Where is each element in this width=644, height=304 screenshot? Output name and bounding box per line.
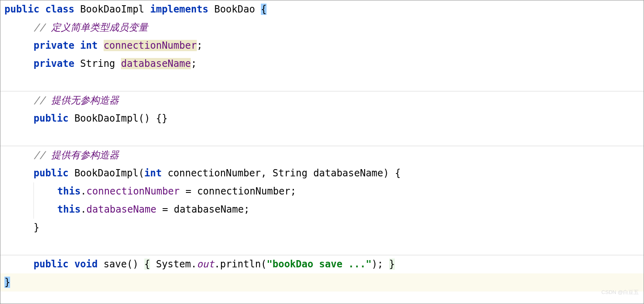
semicolon: ; bbox=[290, 186, 296, 197]
fold-close[interactable]: } bbox=[389, 259, 395, 270]
keyword-public: public bbox=[33, 113, 69, 124]
assign: = bbox=[179, 186, 197, 197]
paren-open: ( bbox=[261, 259, 267, 270]
constructor-name: BookDaoImpl bbox=[74, 168, 138, 179]
comment-slashes: // bbox=[33, 95, 45, 106]
code-line[interactable]: this.connectionNumber = connectionNumber… bbox=[0, 182, 644, 201]
keyword-int: int bbox=[80, 40, 98, 51]
brace-open: { bbox=[395, 168, 400, 179]
comment-text: 提供无参构造器 bbox=[45, 95, 119, 106]
paren-close: ) bbox=[371, 259, 377, 270]
fold-open[interactable]: { bbox=[144, 259, 150, 270]
assign: = bbox=[156, 204, 174, 215]
paren-open: ( bbox=[138, 168, 144, 179]
rhs-connectionNumber: connectionNumber bbox=[197, 186, 290, 197]
code-line[interactable]: } bbox=[0, 219, 644, 237]
keyword-implements: implements bbox=[150, 4, 208, 15]
constructor-noarg: BookDaoImpl() bbox=[74, 113, 150, 124]
field-connectionNumber: connectionNumber bbox=[86, 186, 179, 197]
code-line[interactable]: public BookDaoImpl(int connectionNumber,… bbox=[0, 164, 644, 182]
type-string: String bbox=[273, 168, 308, 179]
code-line[interactable]: private String databaseName; bbox=[0, 55, 644, 73]
code-line[interactable] bbox=[0, 128, 644, 146]
field-databaseName: databaseName bbox=[121, 58, 191, 69]
code-line[interactable]: // 定义简单类型成员变量 bbox=[0, 19, 644, 37]
keyword-this: this bbox=[57, 204, 81, 215]
code-line[interactable]: this.databaseName = databaseName; bbox=[0, 201, 644, 219]
field-databaseName: databaseName bbox=[86, 204, 156, 215]
indent-guide bbox=[33, 201, 34, 219]
semicolon: ; bbox=[191, 58, 196, 69]
keyword-void: void bbox=[74, 259, 98, 270]
comment-slashes: // bbox=[33, 22, 45, 33]
keyword-private: private bbox=[33, 58, 74, 69]
brace-open: { bbox=[261, 4, 267, 15]
semicolon: ; bbox=[197, 40, 202, 51]
code-line[interactable]: public void save() { System.out.println(… bbox=[0, 255, 644, 273]
code-line[interactable]: public BookDaoImpl() {} bbox=[0, 110, 644, 128]
class-name: BookDaoImpl bbox=[80, 4, 144, 15]
brace-close: } bbox=[33, 222, 39, 233]
code-line[interactable] bbox=[0, 73, 644, 91]
method-save: save() bbox=[104, 259, 139, 270]
brace-close: } bbox=[4, 277, 10, 288]
dot: . bbox=[191, 259, 196, 270]
comment-text: 定义简单类型成员变量 bbox=[45, 22, 148, 33]
code-editor[interactable]: public class BookDaoImpl implements Book… bbox=[0, 0, 644, 304]
param-connectionNumber: connectionNumber bbox=[168, 168, 261, 179]
keyword-public: public bbox=[4, 4, 40, 15]
empty-body: {} bbox=[156, 113, 168, 124]
rhs-databaseName: databaseName bbox=[174, 204, 244, 215]
keyword-public: public bbox=[33, 259, 69, 270]
field-out: out bbox=[197, 259, 214, 270]
param-sep: , bbox=[261, 168, 273, 179]
paren-close: ) bbox=[383, 168, 389, 179]
code-line[interactable]: private int connectionNumber; bbox=[0, 37, 644, 55]
code-line[interactable]: public class BookDaoImpl implements Book… bbox=[0, 0, 644, 19]
semicolon: ; bbox=[377, 259, 383, 270]
string-literal: "bookDao save ..." bbox=[267, 259, 371, 270]
comment-slashes: // bbox=[33, 149, 45, 161]
dot: . bbox=[81, 204, 86, 215]
type-string: String bbox=[80, 58, 115, 69]
keyword-private: private bbox=[33, 40, 74, 51]
keyword-class: class bbox=[45, 4, 74, 15]
semicolon: ; bbox=[244, 204, 249, 215]
dot: . bbox=[214, 259, 220, 270]
method-println: println bbox=[220, 259, 261, 270]
code-line[interactable]: } bbox=[0, 273, 644, 292]
field-connectionNumber: connectionNumber bbox=[104, 40, 197, 51]
param-databaseName: databaseName bbox=[313, 168, 383, 179]
interface-name: BookDao bbox=[214, 4, 255, 15]
keyword-this: this bbox=[57, 186, 81, 197]
watermark: CSDN @白豆五 bbox=[601, 283, 639, 301]
code-line[interactable] bbox=[0, 237, 644, 255]
code-line[interactable]: // 提供无参构造器 bbox=[0, 91, 644, 110]
keyword-int: int bbox=[144, 168, 162, 179]
code-line[interactable]: // 提供有参构造器 bbox=[0, 146, 644, 164]
dot: . bbox=[81, 186, 86, 197]
comment-text: 提供有参构造器 bbox=[45, 149, 119, 161]
keyword-public: public bbox=[33, 168, 69, 179]
indent-guide bbox=[33, 182, 34, 201]
class-system: System bbox=[156, 259, 191, 270]
